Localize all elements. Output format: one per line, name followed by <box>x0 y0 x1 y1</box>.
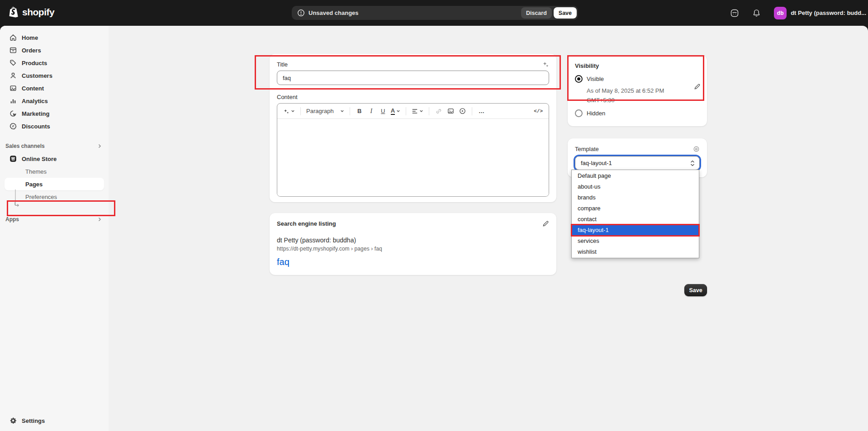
edit-visibility-pencil-icon[interactable] <box>694 83 701 90</box>
chevron-down-icon <box>419 109 423 113</box>
sidebar-item-content[interactable]: Content <box>4 82 105 95</box>
user-menu[interactable]: db dt Petty (password: budd... <box>770 4 868 22</box>
rich-text-editor: Paragraph B I U A <box>277 103 549 197</box>
bell-icon <box>752 9 761 17</box>
sidebar-item-label: Settings <box>22 417 45 424</box>
seo-url: https://dt-petty.myshopify.com › pages ›… <box>277 246 549 252</box>
underline-button[interactable]: U <box>378 106 389 117</box>
toolbar-divider <box>406 107 406 115</box>
ai-sparkle-button[interactable] <box>282 106 296 117</box>
visible-note-line2: GMT+5:30 <box>587 97 615 104</box>
apps-header[interactable]: Apps <box>0 214 109 225</box>
title-input-value: faq <box>283 75 291 81</box>
unsaved-changes-bar: Unsaved changes Discard Save <box>292 6 578 20</box>
sidebar-item-settings[interactable]: Settings <box>4 414 105 427</box>
sidebar-item-customers[interactable]: Customers <box>4 69 105 82</box>
visible-note-line1: As of May 8, 2025 at 6:52 PM <box>587 87 664 94</box>
bottom-save-button[interactable]: Save <box>684 284 707 296</box>
sidebar-item-orders[interactable]: Orders <box>4 44 105 57</box>
sidebar-item-label: Orders <box>22 47 41 54</box>
title-input[interactable]: faq <box>277 71 549 85</box>
sidebar-item-label: Customers <box>22 72 52 79</box>
main-nav: Home Orders Products Customers Content <box>0 26 109 133</box>
editor-body[interactable] <box>277 119 549 197</box>
insert-image-button[interactable] <box>445 106 456 117</box>
template-option[interactable]: wishlist <box>572 246 699 257</box>
insert-video-button[interactable] <box>457 106 468 117</box>
sidebar-item-online-store[interactable]: Online Store <box>4 152 105 165</box>
template-option[interactable]: services <box>572 236 699 246</box>
select-updown-icon <box>690 160 695 167</box>
page-form-card: Title faq Content Paragraph <box>270 54 556 202</box>
alert-icon <box>297 9 305 17</box>
italic-button[interactable]: I <box>366 106 377 117</box>
discount-icon <box>9 122 17 130</box>
discard-button[interactable]: Discard <box>521 7 552 19</box>
seo-store-name: dt Petty (password: buddha) <box>277 237 549 244</box>
sidebar-item-label: Analytics <box>22 98 48 104</box>
tree-arrow-icon <box>14 201 20 208</box>
shopify-bag-icon <box>9 6 19 18</box>
assistant-icon <box>730 9 739 18</box>
link-button[interactable] <box>433 106 444 117</box>
more-options-button[interactable]: … <box>476 106 487 117</box>
person-icon <box>9 71 17 80</box>
online-store-icon <box>9 155 17 163</box>
code-view-button[interactable]: </> <box>532 106 544 117</box>
gear-icon <box>9 417 17 425</box>
unsaved-changes-text: Unsaved changes <box>308 9 521 16</box>
sidebar-item-home[interactable]: Home <box>4 31 105 44</box>
toolbar-divider <box>429 107 429 115</box>
notifications-button[interactable] <box>749 5 764 21</box>
chevron-down-icon <box>291 109 295 113</box>
sidebar-item-label: Products <box>22 60 47 66</box>
seo-page-title-link[interactable]: faq <box>277 257 549 267</box>
seo-heading: Search engine listing <box>277 220 336 227</box>
alignment-dropdown[interactable] <box>410 106 425 117</box>
template-option[interactable]: contact <box>572 214 699 225</box>
sidebar-item-themes[interactable]: Themes <box>4 165 105 178</box>
shopify-logo[interactable]: shopify <box>9 6 54 18</box>
apps-label: Apps <box>5 216 19 223</box>
template-option[interactable]: faq-layout-1 <box>572 225 699 236</box>
text-color-button[interactable]: A <box>389 106 402 117</box>
sidekick-assistant-button[interactable] <box>727 5 742 21</box>
paragraph-style-dropdown[interactable]: Paragraph <box>305 106 346 117</box>
sidebar: Home Orders Products Customers Content <box>0 26 109 431</box>
shopify-admin-app: shopify Unsaved changes Discard Save <box>0 0 868 431</box>
visible-radio-row[interactable]: Visible <box>575 75 700 83</box>
sidebar-item-label: Themes <box>25 168 47 175</box>
sidebar-item-products[interactable]: Products <box>4 57 105 69</box>
target-icon <box>9 109 17 118</box>
toolbar-divider <box>350 107 350 115</box>
sidebar-item-label: Preferences <box>25 194 57 200</box>
bar-chart-icon <box>9 97 17 105</box>
hidden-radio[interactable] <box>575 109 583 117</box>
magic-sparkle-icon[interactable] <box>542 61 549 68</box>
edit-pencil-icon[interactable] <box>542 220 549 227</box>
visibility-card: Visibility Visible As of May 8, 2025 at … <box>568 55 707 126</box>
visibility-heading: Visibility <box>575 62 700 69</box>
template-option[interactable]: brands <box>572 192 699 203</box>
hidden-label: Hidden <box>587 110 605 117</box>
sidebar-item-marketing[interactable]: Marketing <box>4 107 105 120</box>
visible-radio-selected[interactable] <box>575 75 583 83</box>
template-option[interactable]: Default page <box>572 171 699 181</box>
template-option[interactable]: compare <box>572 203 699 214</box>
sidebar-item-analytics[interactable]: Analytics <box>4 95 105 107</box>
preview-eye-icon[interactable] <box>693 146 700 152</box>
template-option[interactable]: about-us <box>572 181 699 192</box>
bold-button[interactable]: B <box>354 106 365 117</box>
template-select[interactable]: faq-layout-1 <box>575 156 700 170</box>
sidebar-item-discounts[interactable]: Discounts <box>4 120 105 133</box>
text-color-glyph: A <box>391 108 395 115</box>
topbar-save-button[interactable]: Save <box>554 7 577 19</box>
sales-channels-label: Sales channels <box>5 143 45 149</box>
hidden-radio-row[interactable]: Hidden <box>575 109 700 117</box>
template-label: Template <box>575 146 599 152</box>
content-label: Content <box>277 94 549 100</box>
topbar-right: db dt Petty (password: budd... <box>727 0 868 26</box>
sales-channels-header[interactable]: Sales channels <box>0 141 109 152</box>
sidebar-item-label: Online Store <box>22 156 57 162</box>
sidebar-item-pages[interactable]: Pages <box>5 178 104 190</box>
